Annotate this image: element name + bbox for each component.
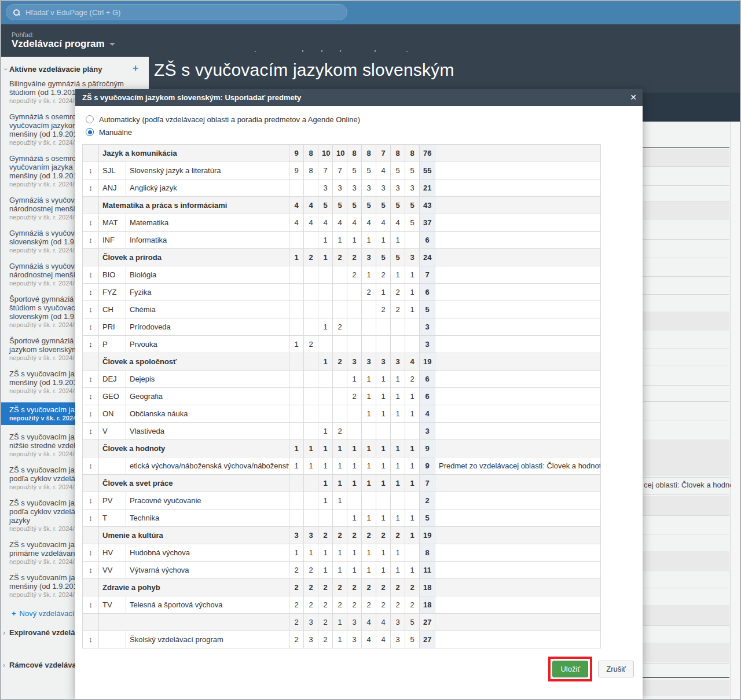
hours-cell: 1: [362, 266, 376, 284]
note-cell: [435, 423, 601, 440]
hours-cell: [333, 405, 347, 423]
hours-cell: [405, 318, 420, 336]
category-name: Jazyk a komunikácia: [99, 145, 289, 162]
hours-cell: [289, 266, 304, 284]
subject-name: Fyzika: [126, 284, 289, 301]
hours-cell: 1: [405, 266, 420, 284]
cancel-button[interactable]: Zrušiť: [598, 661, 634, 677]
drag-handle-icon[interactable]: ↕: [83, 544, 99, 562]
hours-cell: 3: [347, 179, 362, 197]
drag-handle-icon[interactable]: ↕: [83, 371, 99, 388]
drag-handle-icon[interactable]: ↕: [83, 405, 99, 423]
total-cell: 19: [420, 527, 435, 544]
table-row: Človek a príroda12122355324: [83, 249, 601, 266]
drag-handle-icon[interactable]: ↕: [83, 492, 99, 510]
drag-handle-icon[interactable]: ↕: [83, 301, 99, 318]
hours-cell: 1: [376, 388, 391, 405]
hours-cell: 2: [318, 614, 333, 631]
subject-name: Hudobná výchova: [126, 544, 289, 562]
drag-handle-icon[interactable]: ↕: [83, 423, 99, 440]
search-input[interactable]: Hľadať v EduPage (Ctrl + G): [6, 4, 347, 20]
hours-cell: 1: [347, 371, 362, 388]
note-cell: [435, 510, 601, 527]
total-cell: 18: [420, 596, 435, 614]
radio-icon[interactable]: [86, 128, 94, 136]
hours-cell: 5: [362, 197, 376, 214]
hours-cell: 1: [376, 544, 391, 562]
modal-body: Automaticky (podľa vzdelávacej oblasti a…: [75, 106, 643, 681]
subject-name: Biológia: [126, 266, 289, 284]
hours-cell: 3: [318, 179, 333, 197]
hours-cell: 2: [376, 579, 391, 596]
drag-handle-icon[interactable]: ↕: [83, 457, 99, 475]
radio-option-automatic[interactable]: Automaticky (podľa vzdelávacej oblasti a…: [82, 113, 634, 126]
hours-cell: 5: [333, 197, 347, 214]
hours-cell: 1: [289, 457, 304, 475]
total-cell: 5: [420, 510, 435, 527]
hours-cell: [333, 388, 347, 405]
drag-handle-icon[interactable]: ↕: [83, 631, 99, 648]
note-cell: [435, 371, 601, 388]
drag-handle-icon[interactable]: ↕: [83, 179, 99, 197]
drag-handle-icon[interactable]: ↕: [83, 336, 99, 353]
save-button[interactable]: Uložiť: [552, 661, 588, 677]
hours-cell: 1: [376, 457, 391, 475]
hours-cell: 1: [362, 405, 376, 423]
close-icon[interactable]: ✕: [630, 89, 637, 106]
drag-handle-icon[interactable]: ↕: [83, 232, 99, 249]
hours-cell: 1: [391, 388, 405, 405]
category-name: Človek a hodnoty: [99, 440, 289, 457]
hours-cell: 1: [347, 457, 362, 475]
table-row: ↕INFInformatika1111116: [83, 232, 601, 249]
sidebar-section-active-plans[interactable]: ⌄ Aktívne vzdelávacie plány +: [1, 57, 149, 79]
drag-handle-icon[interactable]: ↕: [83, 388, 99, 405]
drag-handle-icon[interactable]: ↕: [83, 318, 99, 336]
drag-handle-icon[interactable]: ↕: [83, 214, 99, 232]
hours-cell: 5: [405, 162, 420, 179]
drag-handle-icon[interactable]: ↕: [83, 562, 99, 579]
hours-cell: 1: [333, 562, 347, 579]
hours-cell: [376, 423, 391, 440]
radio-option-manual[interactable]: Manuálne: [82, 126, 634, 138]
subject-name: Chémia: [126, 301, 289, 318]
subject-name: Telesná a športová výchova: [126, 596, 289, 614]
drag-handle-icon[interactable]: ↕: [83, 284, 99, 301]
table-row: ↕SJLSlovenský jazyk a literatúra98775545…: [83, 162, 601, 179]
hours-cell: [304, 301, 318, 318]
note-cell: [435, 544, 601, 562]
table-row: ↕HVHudobná výchova111111118: [83, 544, 601, 562]
hours-cell: 2: [362, 527, 376, 544]
total-cell: 6: [420, 388, 435, 405]
hours-cell: 1: [391, 405, 405, 423]
add-plan-button[interactable]: +: [133, 63, 138, 74]
plus-icon: +: [12, 609, 16, 618]
hours-cell: 2: [391, 301, 405, 318]
subject-name: Matematika: [126, 214, 289, 232]
hours-cell: 7: [376, 145, 391, 162]
hours-cell: [333, 301, 347, 318]
scrollbar[interactable]: [731, 122, 740, 699]
hours-cell: [405, 232, 420, 249]
hours-cell: 1: [362, 371, 376, 388]
radio-icon[interactable]: [86, 115, 94, 123]
subject-abbr: HV: [99, 544, 126, 562]
drag-handle-icon[interactable]: ↕: [83, 266, 99, 284]
hours-cell: [333, 336, 347, 353]
subject-abbr: PRI: [99, 318, 126, 336]
hours-cell: 4: [376, 614, 391, 631]
table-row: ↕CHChémia2215: [83, 301, 601, 318]
hours-cell: 2: [391, 527, 405, 544]
drag-handle-cell: [83, 579, 99, 596]
hours-cell: 1: [376, 562, 391, 579]
drag-handle-icon[interactable]: ↕: [83, 510, 99, 527]
total-cell: 7: [420, 475, 435, 492]
drag-handle-icon[interactable]: ↕: [83, 162, 99, 179]
drag-handle-icon[interactable]: ↕: [83, 596, 99, 614]
subject-abbr: [99, 457, 126, 475]
hours-cell: 2: [289, 562, 304, 579]
subject-name: Geografia: [126, 388, 289, 405]
hours-cell: 1: [376, 510, 391, 527]
subject-abbr: FYZ: [99, 284, 126, 301]
hours-cell: 1: [405, 457, 420, 475]
subject-name: Školský vzdelávací program: [126, 631, 289, 648]
